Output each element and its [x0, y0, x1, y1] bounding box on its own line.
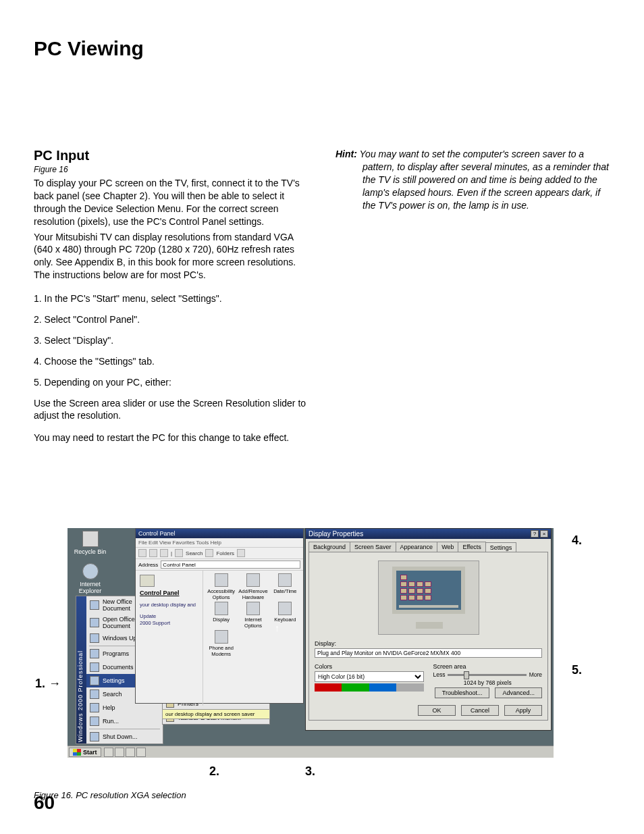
tab-web[interactable]: Web	[437, 542, 458, 552]
callout-5: 5.	[572, 663, 582, 677]
step-3: 3. Select "Display".	[34, 334, 308, 347]
tab-body: Display: Plug and Play Monitor on NVIDIA…	[308, 552, 548, 721]
left-link-update[interactable]: Update	[140, 613, 198, 620]
quick-launch[interactable]	[104, 748, 146, 757]
folders-icon[interactable]	[205, 549, 213, 557]
history-icon[interactable]	[237, 549, 245, 557]
colors-label: Colors	[315, 663, 424, 670]
up-icon[interactable]	[160, 549, 168, 557]
ok-button[interactable]: OK	[418, 705, 456, 716]
figure-screenshot: 1. → 4. 5. 2. 3. Recycle Bin Internet Ex…	[68, 528, 554, 758]
keyboard-icon	[278, 602, 292, 615]
windows-desktop: Recycle Bin Internet Explorer Windows 20…	[68, 528, 554, 758]
tab-background[interactable]: Background	[308, 542, 350, 552]
intro-para-2: Your Mitsubishi TV can display resolutio…	[34, 231, 308, 282]
ql-icon[interactable]	[115, 748, 124, 757]
figure-caption: Figure 16. PC resolution XGA selection	[34, 790, 614, 800]
slider-less: Less	[433, 671, 446, 678]
cp-item-internet[interactable]: Internet Options	[238, 602, 268, 629]
step-1: 1. In the PC's "Start" menu, select "Set…	[34, 292, 308, 305]
arrow-up-icon: ↑	[275, 623, 279, 633]
cp-item-phone[interactable]: Phone and Modems	[206, 630, 236, 657]
ql-icon[interactable]	[126, 748, 135, 757]
control-panel-window[interactable]: Control Panel File Edit View Favorites T…	[135, 528, 304, 704]
apply-button[interactable]: Apply	[504, 705, 542, 716]
colors-select[interactable]: High Color (16 bit)	[315, 671, 424, 682]
slider-thumb[interactable]	[464, 671, 469, 679]
cp-item-display[interactable]: Display	[206, 602, 236, 629]
hint-block: Hint: You may want to set the computer's…	[336, 148, 610, 211]
troubleshoot-button[interactable]: Troubleshoot...	[435, 687, 490, 698]
start-item-shutdown[interactable]: Shut Down...	[86, 730, 163, 744]
display-properties-dialog[interactable]: Display Properties ? × Background Screen…	[305, 528, 552, 731]
callout-1: 1. →	[35, 677, 61, 691]
search-icon	[90, 689, 99, 699]
resolution-value: 1024 by 768 pixels	[433, 679, 543, 686]
taskbar[interactable]: Start	[68, 746, 554, 758]
color-swatches	[315, 683, 424, 692]
display-value: Plug and Play Monitor on NVIDIA GeForce2…	[315, 648, 542, 658]
explorer-titlebar[interactable]: Control Panel	[136, 529, 303, 538]
start-button[interactable]: Start	[69, 748, 101, 757]
hint-text: You may want to set the computer's scree…	[357, 149, 609, 211]
run-icon	[90, 716, 99, 726]
gear-icon	[90, 676, 99, 685]
recycle-bin-label: Recycle Bin	[72, 548, 109, 555]
address-input[interactable]	[161, 561, 300, 569]
search-icon[interactable]	[175, 549, 183, 557]
cp-item-datetime[interactable]: Date/Time	[270, 573, 300, 600]
doc-icon	[90, 600, 99, 610]
explorer-left-pane: Control Panel your desktop display and U…	[136, 571, 203, 706]
slider-more: More	[529, 671, 542, 678]
address-label: Address	[138, 562, 158, 568]
recycle-bin-icon[interactable]: Recycle Bin	[72, 531, 109, 555]
help-icon	[90, 703, 99, 712]
left-column: PC Input Figure 16 To display your PC sc…	[34, 148, 308, 444]
ie-label: Internet Explorer	[72, 581, 109, 594]
intro-para-1: To display your PC screen on the TV, fir…	[34, 177, 308, 228]
globe-icon	[246, 602, 260, 615]
advanced-button[interactable]: Advanced...	[495, 687, 542, 698]
explorer-menubar[interactable]: File Edit View Favorites Tools Help	[136, 538, 303, 547]
clock-icon	[278, 573, 292, 587]
help-button[interactable]: ?	[531, 530, 539, 538]
forward-icon[interactable]	[149, 549, 157, 557]
tooltip: our desktop display and screen saver	[162, 709, 270, 719]
close-button[interactable]: ×	[540, 530, 548, 538]
resolution-slider[interactable]	[448, 674, 526, 676]
left-link-support[interactable]: 2000 Support	[140, 620, 198, 627]
display-label: Display:	[315, 640, 542, 647]
callout-3: 3.	[305, 764, 315, 779]
right-column: Hint: You may want to set the computer's…	[336, 148, 610, 444]
globe-icon	[90, 633, 99, 643]
explorer-toolbar[interactable]: | Search Folders	[136, 547, 303, 559]
cancel-button[interactable]: Cancel	[461, 705, 499, 716]
cp-item-addremove[interactable]: Add/Remove Hardware	[238, 573, 268, 600]
step-2: 2. Select "Control Panel".	[34, 313, 308, 326]
tab-appearance[interactable]: Appearance	[396, 542, 438, 552]
ql-icon[interactable]	[104, 748, 113, 757]
power-icon	[90, 732, 99, 741]
page-title: PC Viewing	[34, 37, 610, 60]
explorer-address-bar[interactable]: Address	[136, 559, 303, 571]
figure-reference: Figure 16	[34, 165, 308, 174]
explorer-title: Control Panel	[138, 530, 176, 537]
hint-label: Hint:	[336, 149, 357, 159]
dialog-titlebar[interactable]: Display Properties ? ×	[306, 529, 551, 539]
page-number: 60	[34, 792, 55, 814]
screen-area-label: Screen area	[433, 663, 543, 670]
tab-settings[interactable]: Settings	[485, 542, 517, 552]
windows-flag-icon	[73, 749, 81, 756]
start-item-run[interactable]: Run...	[86, 714, 163, 728]
tab-effects[interactable]: Effects	[458, 542, 485, 552]
back-icon[interactable]	[138, 549, 146, 557]
ql-icon[interactable]	[136, 748, 146, 757]
cp-item-accessibility[interactable]: Accessibility Options	[206, 573, 236, 600]
internet-explorer-icon[interactable]: Internet Explorer	[72, 563, 109, 594]
dialog-tabs: Background Screen Saver Appearance Web E…	[308, 542, 548, 552]
step-4: 4. Choose the "Settings" tab.	[34, 355, 308, 368]
monitor-preview	[378, 561, 479, 635]
tab-screensaver[interactable]: Screen Saver	[350, 542, 396, 552]
start-menu-sidebar: Windows 2000 Professional	[76, 596, 86, 744]
callout-2: 2.	[209, 764, 219, 779]
